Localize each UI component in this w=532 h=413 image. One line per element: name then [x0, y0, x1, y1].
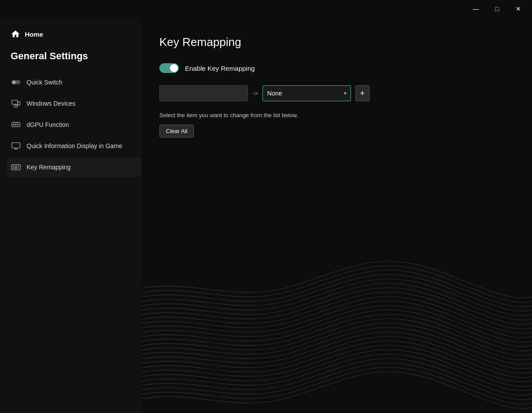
devices-icon — [11, 98, 21, 109]
gpu-icon — [11, 119, 21, 130]
svg-rect-2 — [12, 100, 18, 104]
enable-key-remapping-toggle[interactable] — [159, 63, 179, 73]
svg-rect-18 — [13, 166, 14, 167]
toggle-knob — [170, 64, 178, 72]
key-to-dropdown[interactable]: None Ctrl Alt Shift Win Tab Esc — [262, 85, 351, 101]
clear-all-button[interactable]: Clear All — [159, 125, 194, 138]
general-settings-title: General Settings — [7, 50, 142, 62]
sidebar: Home General Settings Quick Switch — [0, 18, 142, 413]
page-title: Key Remapping — [159, 35, 514, 49]
svg-point-1 — [12, 80, 15, 84]
sidebar-item-dgpu-label: dGPU Function — [27, 121, 69, 128]
home-nav[interactable]: Home — [7, 27, 142, 42]
svg-rect-3 — [14, 105, 17, 107]
sidebar-item-windows-devices[interactable]: Windows Devices — [7, 94, 142, 113]
svg-rect-21 — [18, 166, 19, 167]
svg-rect-19 — [14, 166, 15, 167]
svg-rect-24 — [18, 168, 19, 168]
sidebar-item-key-remapping[interactable]: Key Remapping — [7, 157, 142, 177]
dropdown-wrapper: None Ctrl Alt Shift Win Tab Esc ▾ — [262, 85, 351, 101]
arrow-label: -> — [252, 90, 258, 97]
add-remap-button[interactable]: + — [355, 85, 370, 101]
svg-rect-17 — [12, 165, 20, 170]
sidebar-item-windows-devices-label: Windows Devices — [27, 100, 75, 107]
svg-rect-20 — [16, 166, 17, 167]
title-bar-controls: — □ ✕ — [466, 2, 528, 16]
app-layout: Home General Settings Quick Switch — [0, 18, 532, 413]
remap-row: -> None Ctrl Alt Shift Win Tab Esc ▾ + — [159, 85, 514, 101]
sidebar-item-quick-info-label: Quick Information Display in Game — [27, 142, 122, 149]
svg-rect-23 — [14, 168, 17, 168]
main-content: Key Remapping Enable Key Remapping -> No… — [142, 18, 532, 413]
svg-rect-8 — [15, 124, 16, 126]
sidebar-item-quick-info[interactable]: Quick Information Display in Game — [7, 136, 142, 156]
home-label: Home — [25, 31, 43, 38]
sidebar-item-key-remapping-label: Key Remapping — [27, 164, 71, 171]
title-bar: — □ ✕ — [0, 0, 532, 18]
sidebar-item-quick-switch-label: Quick Switch — [27, 79, 62, 86]
enable-key-remapping-label: Enable Key Remapping — [185, 65, 255, 72]
svg-rect-5 — [18, 102, 20, 105]
svg-rect-7 — [13, 124, 15, 126]
sidebar-item-dgpu-function[interactable]: dGPU Function — [7, 115, 142, 134]
maximize-button[interactable]: □ — [487, 2, 507, 16]
select-hint: Select the item you want to change from … — [159, 112, 514, 119]
keyboard-icon — [11, 162, 21, 172]
key-from-input[interactable] — [159, 85, 248, 101]
svg-rect-9 — [17, 124, 19, 126]
svg-rect-22 — [13, 168, 14, 168]
home-icon — [11, 29, 20, 39]
sidebar-item-quick-switch[interactable]: Quick Switch — [7, 73, 142, 92]
minimize-button[interactable]: — — [466, 2, 486, 16]
display-icon — [11, 141, 21, 151]
enable-row: Enable Key Remapping — [159, 63, 514, 73]
toggle-icon — [11, 77, 21, 88]
close-button[interactable]: ✕ — [508, 2, 528, 16]
svg-rect-14 — [12, 143, 20, 148]
